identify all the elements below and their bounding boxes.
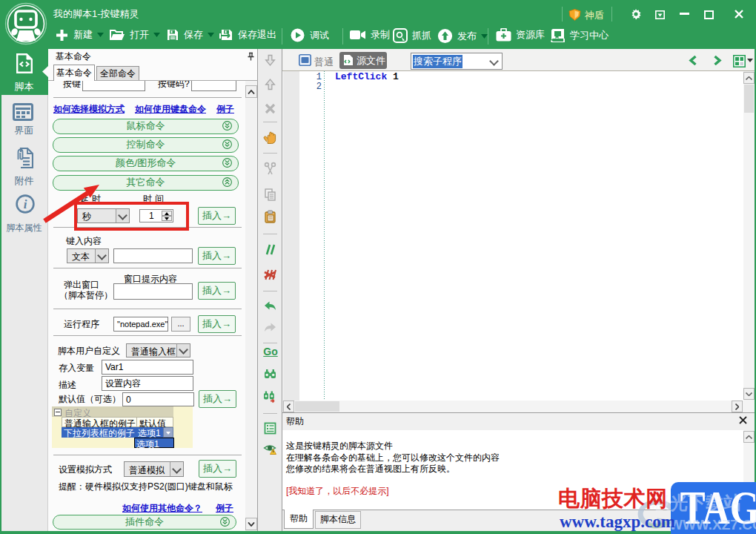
svg-text:i: i <box>24 197 27 211</box>
